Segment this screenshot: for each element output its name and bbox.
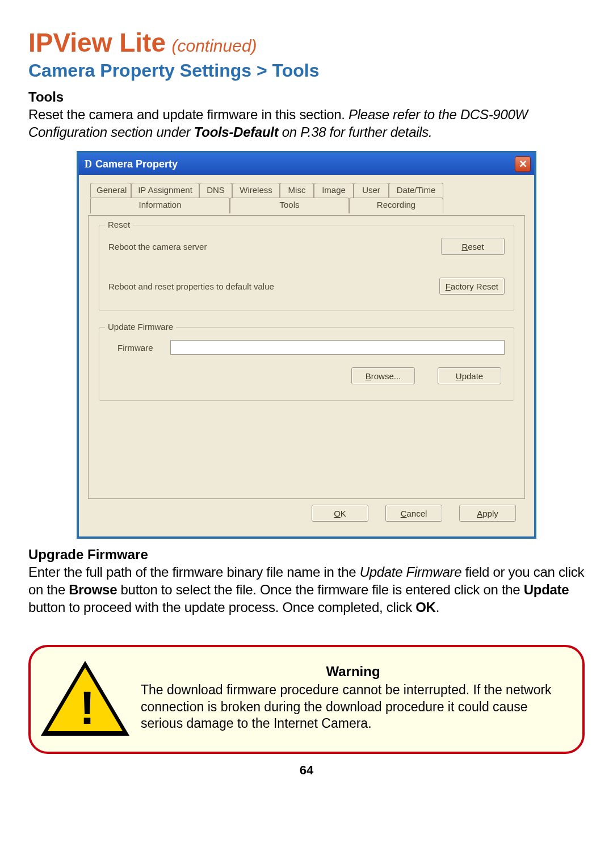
up-h: OK <box>415 599 435 615</box>
dialog-titlebar[interactable]: D Camera Property ✕ <box>79 153 534 175</box>
warning-heading: Warning <box>141 664 565 680</box>
reset-button[interactable]: Reset <box>441 238 505 255</box>
up-d: Browse <box>69 582 117 597</box>
dialog-button-row: OK Cancel Apply <box>88 499 525 530</box>
tools-intro-i2: on P.38 for further details. <box>278 124 432 140</box>
camera-property-dialog: D Camera Property ✕ General IP Assignmen… <box>77 151 536 539</box>
dialog-title: Camera Property <box>95 158 178 170</box>
firmware-group: Update Firmware Firmware Browse... Updat… <box>99 327 514 401</box>
tab-user[interactable]: User <box>354 183 389 198</box>
warning-icon: ! <box>41 661 137 736</box>
dialog-app-icon: D <box>85 158 92 170</box>
title-main: IPView Lite <box>28 28 166 57</box>
up-b: Update Firmware <box>360 564 462 580</box>
upgrade-heading: Upgrade Firmware <box>28 547 585 563</box>
tools-heading: Tools <box>28 89 585 105</box>
tools-intro-bi: Tools-Default <box>194 124 279 140</box>
browse-button[interactable]: Browse... <box>351 367 415 384</box>
warning-text: The download firmware procedure cannot b… <box>141 682 565 732</box>
breadcrumb: Camera Property Settings > Tools <box>28 60 585 81</box>
dialog-tabs: General IP Assignment DNS Wireless Misc … <box>88 183 525 216</box>
tab-general[interactable]: General <box>90 183 131 198</box>
tab-wireless[interactable]: Wireless <box>232 183 280 198</box>
tab-image[interactable]: Image <box>314 183 354 198</box>
page-number: 64 <box>28 763 585 778</box>
tools-intro-plain: Reset the camera and update firmware in … <box>28 107 349 122</box>
tab-misc[interactable]: Misc <box>280 183 314 198</box>
title-continued: (continued) <box>171 36 257 55</box>
tab-information[interactable]: Information <box>90 198 230 213</box>
upgrade-text: Enter the full path of the firmware bina… <box>28 564 585 616</box>
up-g: button to proceed with the update proces… <box>28 599 415 615</box>
tab-dns[interactable]: DNS <box>199 183 232 198</box>
reboot-label: Reboot the camera server <box>108 242 207 251</box>
tab-ip-assignment[interactable]: IP Assignment <box>131 183 199 198</box>
tab-recording[interactable]: Recording <box>349 198 443 213</box>
update-button[interactable]: Update <box>438 367 501 384</box>
tools-intro: Reset the camera and update firmware in … <box>28 106 585 141</box>
up-a: Enter the full path of the firmware bina… <box>28 564 360 580</box>
up-e: button to select the file. Once the firm… <box>117 582 524 597</box>
factory-label: Reboot and reset properties to default v… <box>108 282 274 291</box>
up-f: Update <box>524 582 569 597</box>
factory-reset-button[interactable]: Factory Reset <box>439 278 505 295</box>
firmware-path-label: Firmware <box>117 343 153 353</box>
ok-button[interactable]: OK <box>312 505 368 522</box>
warning-box: ! Warning The download firmware procedur… <box>28 645 585 754</box>
tab-tools[interactable]: Tools <box>230 198 349 213</box>
firmware-legend: Update Firmware <box>105 322 176 332</box>
apply-button[interactable]: Apply <box>459 505 516 522</box>
reset-legend: Reset <box>105 220 133 229</box>
cancel-button[interactable]: Cancel <box>385 505 442 522</box>
reset-group: Reset Reboot the camera server Reset Reb… <box>99 225 514 311</box>
close-icon[interactable]: ✕ <box>515 156 531 172</box>
tab-datetime[interactable]: Date/Time <box>389 183 443 198</box>
firmware-path-input[interactable] <box>170 340 505 355</box>
page-title: IPView Lite (continued) <box>28 27 585 58</box>
tools-tab-panel: Reset Reboot the camera server Reset Reb… <box>88 215 525 499</box>
up-i: . <box>436 599 439 615</box>
